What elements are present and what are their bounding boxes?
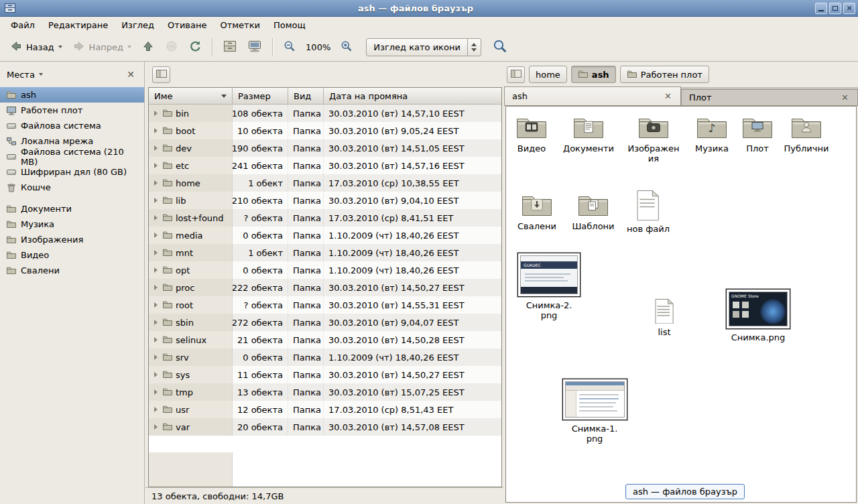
icon-item-downloads[interactable]: Свалени: [505, 191, 569, 231]
path-button-desktop[interactable]: Работен плот: [620, 66, 709, 83]
forward-button[interactable]: Напред: [68, 37, 135, 58]
minimize-button[interactable]: [815, 3, 827, 14]
icon-item-video[interactable]: Видео: [505, 113, 564, 153]
expander-icon[interactable]: [154, 302, 158, 308]
zoom-in-button[interactable]: [336, 37, 357, 58]
icon-item-documents[interactable]: Документи: [556, 113, 621, 153]
sidebar-item-filesystem-210mb[interactable]: Файлова система (210 MB): [0, 149, 144, 164]
column-header-type[interactable]: Вид: [288, 88, 324, 105]
table-row-root[interactable]: root? обектаПапка30.03.2010 (вт) 14,55,3…: [149, 296, 501, 314]
icon-view[interactable]: ВидеоДокументиИзображен ия♪МузикаПлотПуб…: [505, 106, 857, 503]
expander-icon[interactable]: [154, 233, 158, 238]
tab-close-button[interactable]: ✕: [663, 91, 673, 101]
table-row-selinux[interactable]: selinux21 обектаПапка30.03.2010 (вт) 14,…: [149, 331, 501, 349]
table-row-lib[interactable]: lib210 обектаПапка30.03.2010 (вт) 9,04,1…: [149, 192, 501, 209]
maximize-button[interactable]: [829, 3, 841, 14]
sidebar-selector-chevron-icon[interactable]: [39, 73, 43, 76]
expander-icon[interactable]: [154, 180, 158, 186]
table-row-lost+found[interactable]: lost+found? обектаПапка17.03.2010 (ср) 8…: [149, 209, 501, 227]
sidebar-item-filesystem[interactable]: Файлова система: [0, 118, 144, 133]
reload-button[interactable]: [184, 37, 206, 58]
table-row-media[interactable]: media0 обектаПапка1.10.2009 (чт) 18,40,2…: [149, 227, 501, 244]
expander-icon[interactable]: [154, 337, 158, 342]
table-row-tmp[interactable]: tmp13 обектаПапка30.03.2010 (вт) 15,07,2…: [149, 383, 501, 401]
expander-icon[interactable]: [154, 355, 158, 360]
table-row-dev[interactable]: dev190 обектаПапка30.03.2010 (вт) 14,51,…: [149, 139, 501, 157]
zoom-out-button[interactable]: [279, 37, 300, 58]
path-button-home[interactable]: home: [529, 66, 567, 83]
sidebar-close-button[interactable]: ✕: [124, 68, 137, 80]
close-button[interactable]: ✕: [843, 3, 855, 14]
view-mode-spinner[interactable]: [467, 39, 481, 56]
expander-icon[interactable]: [154, 250, 158, 255]
expander-icon[interactable]: [154, 215, 158, 220]
table-row-sbin[interactable]: sbin272 обектаПапка30.03.2010 (вт) 9,04,…: [149, 314, 501, 331]
icon-item-pictures[interactable]: Изображен ия: [621, 113, 686, 164]
table-row-srv[interactable]: srv0 обектаПапка1.10.2009 (чт) 18,40,26 …: [149, 349, 501, 366]
sidebar-item-desktop[interactable]: Работен плот: [0, 103, 144, 118]
menu-help[interactable]: Помощ: [267, 18, 312, 32]
table-row-etc[interactable]: etc241 обектаПапка30.03.2010 (вт) 14,57,…: [149, 157, 501, 174]
table-row-proc[interactable]: proc222 обектаПапка30.03.2010 (вт) 14,50…: [149, 279, 501, 296]
sidebar-item-trash[interactable]: Кошче: [0, 180, 144, 195]
back-button[interactable]: Назад: [5, 37, 66, 58]
column-header-size[interactable]: Размер: [233, 88, 288, 105]
path-button-ash[interactable]: ash: [571, 66, 616, 83]
cell-name: usr: [149, 401, 233, 418]
table-row-bin[interactable]: bin108 обектаПапка30.03.2010 (вт) 14,57,…: [149, 105, 501, 122]
column-header-modified[interactable]: Дата на промяна: [324, 88, 501, 105]
icon-item-list[interactable]: list: [632, 298, 696, 337]
tab-ash[interactable]: ash✕: [504, 86, 681, 105]
table-row-sys[interactable]: sys11 обектаПапка30.03.2010 (вт) 14,50,2…: [149, 366, 501, 383]
list-pane-locationbar: [145, 62, 503, 87]
sidebar-item-video[interactable]: Видео: [0, 247, 144, 263]
icon-item-snimka[interactable]: GNOME StoreСнимка.png: [726, 289, 790, 342]
tab-close-button[interactable]: ✕: [840, 92, 850, 103]
expander-icon[interactable]: [154, 267, 158, 273]
menu-edit[interactable]: Редактиране: [42, 18, 115, 32]
file-name: srv: [176, 353, 189, 363]
icon-item-snimka-2[interactable]: GUADECСнимка-2. png: [517, 253, 581, 321]
table-row-opt[interactable]: opt0 обектаПапка1.10.2009 (чт) 18,40,26 …: [149, 261, 501, 279]
menu-file[interactable]: Файл: [4, 18, 42, 32]
sidebar-item-encrypted-80gb[interactable]: Шифриран дял (80 GB): [0, 164, 144, 180]
view-mode-select[interactable]: Изглед като икони: [366, 38, 481, 56]
location-toggle-button[interactable]: [152, 66, 170, 83]
menu-bookmarks[interactable]: Отметки: [213, 18, 266, 32]
expander-icon[interactable]: [154, 389, 158, 395]
column-header-name[interactable]: Име: [149, 88, 233, 105]
sidebar-item-music[interactable]: Музика: [0, 216, 144, 232]
menu-view[interactable]: Изглед: [115, 18, 161, 32]
pathbar-root-button[interactable]: [507, 66, 525, 83]
expander-icon[interactable]: [154, 198, 158, 203]
icon-item-new-file[interactable]: нов файл: [616, 190, 680, 234]
computer-button[interactable]: [243, 37, 266, 58]
table-row-var[interactable]: var20 обектаПапка30.03.2010 (вт) 14,57,0…: [149, 418, 501, 436]
sidebar-item-downloads[interactable]: Свалени: [0, 263, 144, 278]
sidebar-item-documents[interactable]: Документи: [0, 201, 144, 216]
expander-icon[interactable]: [154, 111, 158, 116]
up-button[interactable]: [137, 37, 159, 58]
tab-plot[interactable]: Плот✕: [681, 89, 858, 105]
home-button[interactable]: [219, 37, 241, 58]
back-history-chevron-icon[interactable]: [58, 46, 62, 48]
expander-icon[interactable]: [154, 145, 158, 151]
expander-icon[interactable]: [154, 407, 158, 412]
table-row-mnt[interactable]: mnt1 обектПапка1.10.2009 (чт) 18,40,26 E…: [149, 244, 501, 261]
expander-icon[interactable]: [154, 320, 158, 325]
icon-item-public[interactable]: Публични: [774, 113, 839, 153]
expander-icon[interactable]: [154, 163, 158, 168]
sidebar-item-pictures[interactable]: Изображения: [0, 232, 144, 247]
menu-go[interactable]: Отиване: [161, 18, 213, 32]
expander-icon[interactable]: [154, 128, 158, 133]
sidebar-item-ash[interactable]: ash: [0, 87, 144, 103]
expander-icon[interactable]: [154, 285, 158, 290]
icon-item-snimka-1[interactable]: Снимка-1. png: [562, 379, 627, 444]
table-row-home[interactable]: home1 обектПапка17.03.2010 (ср) 10,38,55…: [149, 174, 501, 192]
table-row-boot[interactable]: boot10 обектаПапка30.03.2010 (вт) 9,05,2…: [149, 122, 501, 139]
table-row-usr[interactable]: usr12 обектаПапка17.03.2010 (ср) 8,51,43…: [149, 401, 501, 418]
expander-icon[interactable]: [154, 424, 158, 430]
stop-button[interactable]: [161, 37, 182, 58]
expander-icon[interactable]: [154, 372, 158, 377]
search-button[interactable]: [489, 36, 511, 58]
